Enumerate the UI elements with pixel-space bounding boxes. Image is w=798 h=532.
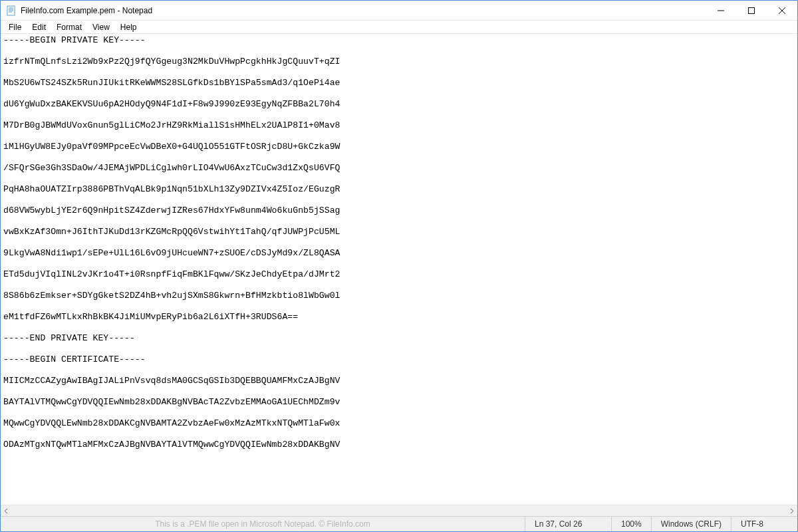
status-cursor-position: Ln 37, Col 26 bbox=[525, 517, 611, 531]
notepad-icon bbox=[6, 5, 17, 16]
status-line-ending: Windows (CRLF) bbox=[651, 517, 731, 531]
status-encoding: UTF-8 bbox=[731, 517, 797, 531]
menu-help[interactable]: Help bbox=[115, 21, 142, 33]
menu-bar: File Edit Format View Help bbox=[1, 21, 797, 34]
status-zoom: 100% bbox=[611, 517, 651, 531]
watermark-text: This is a .PEM file open in Microsoft No… bbox=[1, 519, 525, 529]
status-bar: This is a .PEM file open in Microsoft No… bbox=[1, 516, 797, 531]
maximize-button[interactable] bbox=[736, 1, 767, 20]
horizontal-scrollbar[interactable] bbox=[1, 505, 797, 516]
menu-view[interactable]: View bbox=[87, 21, 115, 33]
scroll-right-arrow-icon[interactable] bbox=[786, 505, 797, 517]
svg-rect-6 bbox=[749, 7, 755, 13]
minimize-button[interactable] bbox=[706, 1, 736, 20]
scroll-left-arrow-icon[interactable] bbox=[1, 505, 12, 517]
close-button[interactable] bbox=[767, 1, 797, 20]
window-controls bbox=[706, 1, 797, 20]
editor-container: -----BEGIN PRIVATE KEY----- izfrNTmQLnfs… bbox=[1, 34, 797, 505]
window-title: FileInfo.com Example.pem - Notepad bbox=[21, 6, 706, 15]
window-titlebar: FileInfo.com Example.pem - Notepad bbox=[1, 1, 797, 21]
menu-file[interactable]: File bbox=[3, 21, 27, 33]
scroll-track[interactable] bbox=[12, 505, 786, 516]
menu-format[interactable]: Format bbox=[51, 21, 87, 33]
menu-edit[interactable]: Edit bbox=[27, 21, 51, 33]
text-editor[interactable]: -----BEGIN PRIVATE KEY----- izfrNTmQLnfs… bbox=[1, 34, 797, 505]
